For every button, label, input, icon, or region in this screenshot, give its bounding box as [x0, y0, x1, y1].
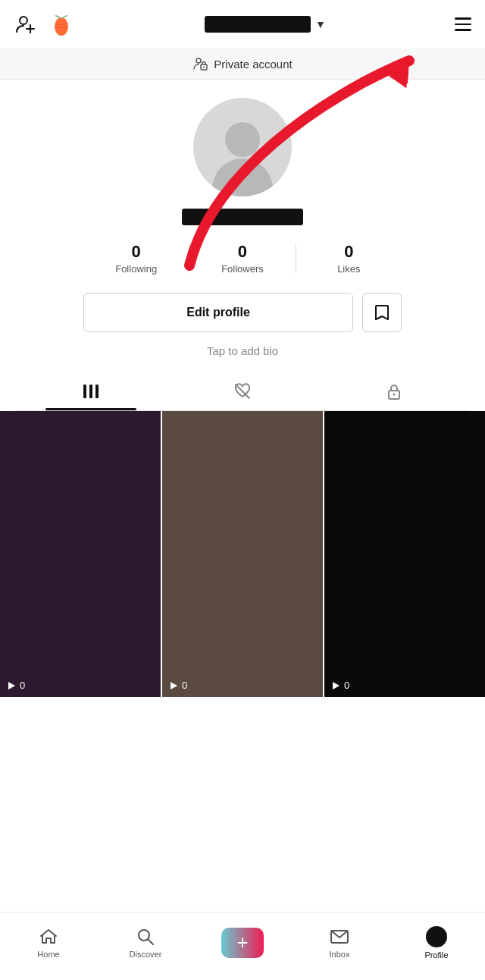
lock-icon	[384, 382, 404, 401]
avatar-body	[212, 159, 273, 196]
create-button[interactable]: +	[221, 928, 264, 958]
svg-rect-9	[89, 385, 92, 398]
followers-stat[interactable]: 0 Followers	[189, 239, 295, 278]
following-count: 0	[132, 242, 141, 262]
nav-inbox[interactable]: Inbox	[291, 927, 388, 959]
video-thumb-3[interactable]: 0	[324, 411, 485, 697]
bookmark-button[interactable]	[362, 293, 402, 332]
svg-point-0	[20, 17, 27, 24]
private-account-label: Private account	[214, 58, 292, 71]
nav-inbox-label: Inbox	[330, 950, 350, 959]
play-icon	[330, 680, 341, 691]
followers-count: 0	[238, 242, 247, 262]
video-play-count-2: 0	[168, 680, 187, 691]
video-thumb-1[interactable]: 0	[0, 411, 161, 697]
avatar	[193, 98, 292, 196]
edit-profile-button[interactable]: Edit profile	[83, 293, 353, 332]
likes-label: Likes	[337, 263, 360, 275]
search-icon	[136, 927, 155, 947]
add-person-button[interactable]	[14, 12, 38, 36]
svg-marker-16	[333, 682, 340, 689]
likes-stat[interactable]: 0 Likes	[296, 239, 402, 278]
app-logo	[47, 10, 76, 39]
bottom-navigation: Home Discover + Inbox Profile	[0, 912, 485, 980]
nav-home[interactable]: Home	[0, 927, 97, 959]
profile-section: 0 Following 0 Followers 0 Likes Edit pro…	[0, 80, 485, 411]
nav-discover[interactable]: Discover	[97, 927, 194, 959]
bookmark-icon	[373, 303, 391, 322]
svg-point-13	[393, 394, 396, 396]
inbox-icon	[330, 927, 349, 947]
video-thumb-2[interactable]: 0	[162, 411, 323, 697]
stats-row: 0 Following 0 Followers 0 Likes	[83, 239, 402, 278]
username-redacted-bar	[205, 16, 311, 33]
profile-avatar-small	[426, 926, 447, 947]
following-label: Following	[115, 263, 157, 275]
tab-liked[interactable]	[167, 372, 318, 410]
profile-username	[182, 209, 303, 225]
home-icon	[39, 927, 58, 947]
svg-point-3	[55, 17, 68, 36]
tab-private[interactable]	[318, 372, 470, 410]
nav-profile-label: Profile	[424, 950, 448, 960]
svg-rect-10	[95, 385, 99, 398]
plus-icon: +	[236, 931, 248, 954]
nav-home-label: Home	[37, 950, 59, 959]
hamburger-menu-button[interactable]	[455, 17, 471, 31]
tab-videos[interactable]	[15, 372, 167, 410]
svg-marker-15	[171, 682, 177, 689]
followers-label: Followers	[221, 263, 264, 275]
svg-marker-14	[8, 682, 15, 689]
liked-icon	[233, 382, 252, 401]
nav-create[interactable]: +	[194, 928, 291, 958]
play-icon	[6, 680, 17, 691]
chevron-down-icon: ▼	[315, 18, 326, 30]
svg-line-18	[149, 939, 154, 944]
username-dropdown[interactable]: ▼	[76, 16, 455, 33]
top-navigation: ▼	[0, 0, 485, 49]
video-play-count-3: 0	[330, 680, 349, 691]
video-grid: 0 0 0	[0, 411, 485, 697]
action-buttons: Edit profile	[76, 293, 409, 332]
bio-placeholder[interactable]: Tap to add bio	[207, 344, 278, 357]
profile-tabs	[15, 372, 470, 411]
video-play-count-1: 0	[6, 680, 25, 691]
following-stat[interactable]: 0 Following	[83, 239, 189, 278]
play-icon	[168, 680, 179, 691]
lock-person-icon	[192, 56, 208, 71]
avatar-head	[225, 122, 260, 157]
grid-icon	[81, 382, 101, 401]
private-account-banner: Private account	[0, 49, 485, 80]
nav-discover-label: Discover	[130, 950, 162, 959]
svg-point-6	[203, 67, 205, 68]
likes-count: 0	[344, 242, 353, 262]
nav-profile[interactable]: Profile	[388, 926, 485, 960]
svg-rect-8	[83, 385, 86, 398]
svg-point-4	[196, 58, 201, 63]
